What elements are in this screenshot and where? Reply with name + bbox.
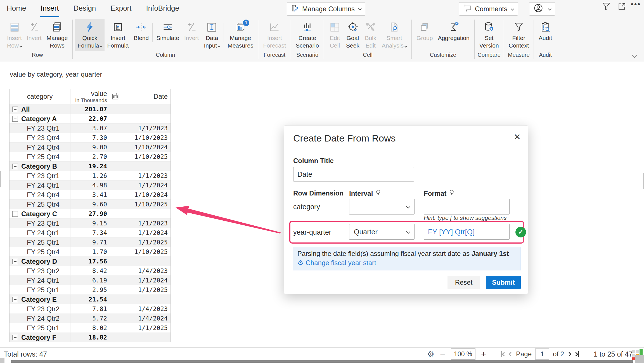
person-icon — [533, 3, 543, 15]
category-cell: FY 23 Qtr1 — [10, 171, 70, 180]
value-cell: 2.70 — [70, 152, 110, 161]
category-cell: Category E — [10, 295, 70, 304]
comments-button[interactable]: Comments — [459, 2, 518, 16]
first-page-button[interactable] — [501, 351, 506, 357]
collapse-toggle-icon[interactable] — [12, 335, 18, 340]
value-cell: 2.95 — [70, 285, 110, 294]
tab-infobridge[interactable]: InfoBridge — [145, 0, 180, 17]
category-cell: FY 23 Qtr2 — [10, 304, 70, 314]
table-row: FY 24 Qtr16.191/1/2024 — [10, 275, 171, 285]
filter-context-button[interactable]: FilterContext — [506, 19, 531, 51]
date-cell: 1/1/2024 — [110, 181, 171, 190]
collapse-toggle-icon[interactable] — [12, 297, 18, 302]
settings-gear-icon[interactable]: ⚙ — [427, 349, 434, 359]
expand-button[interactable] — [615, 1, 628, 13]
zoom-controls: ⚙ − 100 % + — [427, 348, 486, 360]
ribbon-group-label: Forecast — [259, 52, 290, 60]
manage-measures-button[interactable]: 1ManageMeasures — [225, 19, 256, 51]
zoom-in-button[interactable]: + — [481, 350, 486, 359]
row-label: FY 24 Qtr1 — [10, 181, 60, 189]
format-hint: Hint: type [ to show suggestions — [424, 214, 507, 221]
category-cell: FY 23 Qtr1 — [10, 219, 70, 228]
collapse-toggle-icon[interactable] — [12, 164, 18, 169]
previous-page-button[interactable] — [509, 353, 512, 356]
goal-seek-button[interactable]: GoalSeek — [344, 19, 362, 51]
group-icon — [418, 21, 431, 34]
date-cell: 1/10/2024 — [110, 143, 171, 152]
zoom-level[interactable]: 100 % — [451, 348, 475, 360]
change-fiscal-year-link[interactable]: Change fiscal year start — [306, 259, 376, 267]
interval-select-year-quarter[interactable]: Quarter — [349, 224, 415, 240]
row-label: FY 23 Qtr1 — [10, 220, 60, 227]
column-header-value[interactable]: value in Thousands — [70, 89, 110, 104]
simulate-button[interactable]: Simulate — [154, 19, 182, 43]
zoom-out-button[interactable]: − — [440, 350, 445, 359]
column-header-category[interactable]: category — [10, 89, 70, 104]
blend-button[interactable]: Blend — [131, 19, 151, 43]
chevron-down-icon — [548, 7, 551, 10]
value-cell: 21.54 — [70, 295, 110, 304]
expand-icon — [617, 2, 627, 12]
horizontal-scrollbar[interactable] — [11, 360, 633, 363]
reset-button[interactable]: Reset — [448, 276, 480, 289]
last-page-button[interactable] — [574, 351, 579, 357]
account-menu-button[interactable] — [529, 2, 555, 16]
category-cell: Category B — [10, 162, 70, 171]
button-label: Invert — [184, 34, 199, 42]
filter-button[interactable] — [600, 1, 613, 13]
invert-column-button: Invert — [182, 19, 202, 43]
manage-columns-button[interactable]: Manage Columns — [287, 2, 365, 16]
more-options-button[interactable]: ••• — [629, 0, 642, 10]
collapse-toggle-icon[interactable] — [12, 259, 18, 264]
value-cell: 7.30 — [70, 133, 110, 142]
format-input-category[interactable] — [424, 199, 510, 214]
button-label: InsertFormula — [107, 34, 129, 49]
close-icon[interactable]: ✕ — [514, 133, 521, 141]
right-scroll-indicator — [643, 173, 644, 189]
group-label: Category A — [21, 115, 57, 123]
column-header-date[interactable]: Date — [110, 89, 171, 104]
interval-label: Interval — [349, 189, 381, 198]
blend-icon — [135, 21, 147, 34]
next-page-button[interactable] — [568, 353, 571, 356]
collapse-toggle-icon[interactable] — [12, 116, 18, 122]
date-cell: 1/1/2025 — [110, 285, 171, 294]
quick-formula-button[interactable]: QuickFormula — [75, 19, 105, 51]
bulk-edit-icon — [364, 21, 377, 34]
tab-insert[interactable]: Insert — [40, 0, 59, 17]
data-input-button[interactable]: DataInput — [201, 19, 222, 51]
tab-export[interactable]: Export — [110, 0, 132, 17]
collapse-ribbon-button[interactable] — [632, 53, 636, 58]
button-label: InsertForecast — [263, 34, 286, 49]
submit-button[interactable]: Submit — [486, 276, 521, 289]
ribbon-group-label: Customize — [412, 52, 474, 60]
interval-select-category[interactable] — [349, 199, 415, 214]
page-number-input[interactable]: 1 — [535, 348, 549, 360]
row-label: FY 24 Qtr4 — [10, 191, 60, 199]
tab-design[interactable]: Design — [73, 0, 96, 17]
manage-rows-button[interactable]: ManageRows — [44, 19, 70, 51]
audit-button[interactable]: Audit — [536, 19, 555, 43]
table-row: FY 23 Qtr19.151/1/2023 — [10, 218, 171, 228]
value-cell: 3.41 — [70, 190, 110, 199]
table-row: Category F18.82 — [10, 333, 171, 342]
date-cell — [110, 257, 171, 266]
tab-home[interactable]: Home — [6, 0, 27, 17]
category-cell: FY 25 Qtr1 — [10, 323, 70, 333]
create-scenario-button[interactable]: CreateScenario — [293, 19, 321, 51]
ribbon-group-forecast: InsertForecastForecast — [259, 18, 290, 60]
collapse-toggle-icon[interactable] — [12, 211, 18, 217]
button-label: Aggregation — [438, 34, 469, 42]
button-label: Blend — [134, 34, 149, 42]
format-input-year-quarter[interactable]: FY [YY] Qtr[Q] — [424, 224, 510, 240]
aggregation-button[interactable]: Aggregation — [435, 19, 472, 43]
set-version-button[interactable]: SetVersion — [477, 19, 501, 51]
column-title-input[interactable]: Date — [293, 167, 414, 181]
row-label: FY 23 Qtr4 — [10, 134, 60, 142]
insert-formula-button[interactable]: InsertFormula — [105, 19, 131, 51]
value-cell: 9.15 — [70, 219, 110, 228]
collapse-toggle-icon[interactable] — [12, 107, 18, 112]
sheet-title: value by category, year-quarter — [10, 70, 102, 78]
row-label: FY 25 Qtr1 — [10, 239, 60, 246]
parsing-text: Parsing the date field(s) assuming fisca… — [297, 250, 472, 257]
